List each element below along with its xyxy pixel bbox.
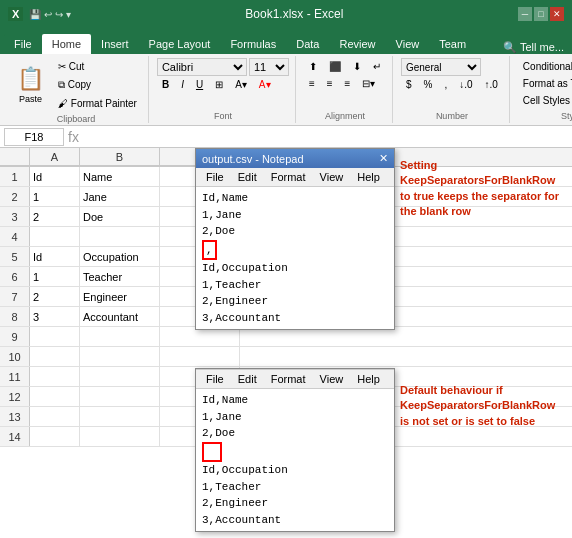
align-right-button[interactable]: ≡ — [340, 75, 356, 92]
notepad-format-1[interactable]: Format — [265, 170, 312, 184]
close-button[interactable]: ✕ — [550, 7, 564, 21]
cell-b13[interactable] — [80, 407, 160, 426]
notepad-close-1[interactable]: ✕ — [379, 152, 388, 165]
cell-a10[interactable] — [30, 347, 80, 366]
cell-b3[interactable]: Doe — [80, 207, 160, 226]
notepad-edit-2[interactable]: Edit — [232, 372, 263, 386]
row-header[interactable]: 1 — [0, 167, 30, 186]
col-header-a[interactable]: A — [30, 148, 80, 166]
font-color-button[interactable]: A▾ — [254, 76, 276, 93]
cell-b12[interactable] — [80, 387, 160, 406]
row-header[interactable]: 2 — [0, 187, 30, 206]
cell-b6[interactable]: Teacher — [80, 267, 160, 286]
wrap-text-button[interactable]: ↵ — [368, 58, 386, 75]
cell-a12[interactable] — [30, 387, 80, 406]
tab-data[interactable]: Data — [286, 34, 329, 54]
increase-decimal-button[interactable]: ↑.0 — [480, 76, 503, 93]
notepad-view-1[interactable]: View — [314, 170, 350, 184]
tab-formulas[interactable]: Formulas — [220, 34, 286, 54]
row-header[interactable]: 13 — [0, 407, 30, 426]
fill-color-button[interactable]: A▾ — [230, 76, 252, 93]
align-bottom-button[interactable]: ⬇ — [348, 58, 366, 75]
window-controls[interactable]: ─ □ ✕ — [518, 7, 564, 21]
tab-page-layout[interactable]: Page Layout — [139, 34, 221, 54]
underline-button[interactable]: U — [191, 76, 208, 93]
col-header-b[interactable]: B — [80, 148, 160, 166]
cell-a8[interactable]: 3 — [30, 307, 80, 326]
maximize-button[interactable]: □ — [534, 7, 548, 21]
number-format-select[interactable]: General — [401, 58, 481, 76]
cell-b5[interactable]: Occupation — [80, 247, 160, 266]
row-header[interactable]: 5 — [0, 247, 30, 266]
row-header[interactable]: 4 — [0, 227, 30, 246]
cell-a11[interactable] — [30, 367, 80, 386]
row-header[interactable]: 3 — [0, 207, 30, 226]
format-as-table-button[interactable]: Format as Table — [518, 75, 572, 92]
notepad-view-2[interactable]: View — [314, 372, 350, 386]
cell-b2[interactable]: Jane — [80, 187, 160, 206]
tab-view[interactable]: View — [386, 34, 430, 54]
percent-button[interactable]: % — [418, 76, 437, 93]
align-middle-button[interactable]: ⬛ — [324, 58, 346, 75]
currency-button[interactable]: $ — [401, 76, 417, 93]
copy-button[interactable]: ⧉ Copy — [53, 76, 142, 94]
cell-styles-button[interactable]: Cell Styles - — [518, 92, 572, 109]
cell-a7[interactable]: 2 — [30, 287, 80, 306]
notepad-file-2[interactable]: File — [200, 372, 230, 386]
cell-b7[interactable]: Engineer — [80, 287, 160, 306]
decrease-decimal-button[interactable]: ↓.0 — [454, 76, 477, 93]
tell-me-input[interactable]: 🔍 Tell me... — [495, 41, 572, 54]
row-header[interactable]: 14 — [0, 427, 30, 446]
notepad-help-1[interactable]: Help — [351, 170, 386, 184]
notepad-file-1[interactable]: File — [200, 170, 230, 184]
notepad-format-2[interactable]: Format — [265, 372, 312, 386]
cell-b8[interactable]: Accountant — [80, 307, 160, 326]
row-header[interactable]: 8 — [0, 307, 30, 326]
merge-button[interactable]: ⊟▾ — [357, 75, 380, 92]
row-header[interactable]: 6 — [0, 267, 30, 286]
row-header[interactable]: 9 — [0, 327, 30, 346]
notepad-help-2[interactable]: Help — [351, 372, 386, 386]
cell-c10[interactable] — [160, 347, 240, 366]
formula-input[interactable] — [83, 131, 568, 143]
cell-a14[interactable] — [30, 427, 80, 446]
bold-button[interactable]: B — [157, 76, 174, 93]
cell-a13[interactable] — [30, 407, 80, 426]
cell-a1[interactable]: Id — [30, 167, 80, 186]
cell-a5[interactable]: Id — [30, 247, 80, 266]
cell-b14[interactable] — [80, 427, 160, 446]
font-name-select[interactable]: Calibri — [157, 58, 247, 76]
cell-b10[interactable] — [80, 347, 160, 366]
minimize-button[interactable]: ─ — [518, 7, 532, 21]
cell-a2[interactable]: 1 — [30, 187, 80, 206]
cell-b11[interactable] — [80, 367, 160, 386]
cell-a4[interactable] — [30, 227, 80, 246]
cell-b9[interactable] — [80, 327, 160, 346]
italic-button[interactable]: I — [176, 76, 189, 93]
align-top-button[interactable]: ⬆ — [304, 58, 322, 75]
conditional-formatting-button[interactable]: Conditional Formatting — [518, 58, 572, 75]
row-header[interactable]: 7 — [0, 287, 30, 306]
row-header[interactable]: 11 — [0, 367, 30, 386]
name-box[interactable] — [4, 128, 64, 146]
cell-a9[interactable] — [30, 327, 80, 346]
comma-button[interactable]: , — [439, 76, 452, 93]
tab-home[interactable]: Home — [42, 34, 91, 54]
paste-button[interactable]: 📋Paste — [10, 60, 51, 110]
tab-insert[interactable]: Insert — [91, 34, 139, 54]
cell-a3[interactable]: 2 — [30, 207, 80, 226]
select-all-corner[interactable] — [0, 148, 30, 166]
cell-a6[interactable]: 1 — [30, 267, 80, 286]
tab-team[interactable]: Team — [429, 34, 476, 54]
row-header[interactable]: 12 — [0, 387, 30, 406]
cut-button[interactable]: ✂ Cut — [53, 58, 142, 75]
format-painter-button[interactable]: 🖌 Format Painter — [53, 95, 142, 112]
cell-b4[interactable] — [80, 227, 160, 246]
tab-review[interactable]: Review — [329, 34, 385, 54]
row-header[interactable]: 10 — [0, 347, 30, 366]
tab-file[interactable]: File — [4, 34, 42, 54]
align-left-button[interactable]: ≡ — [304, 75, 320, 92]
font-size-select[interactable]: 11 — [249, 58, 289, 76]
cell-b1[interactable]: Name — [80, 167, 160, 186]
notepad-edit-1[interactable]: Edit — [232, 170, 263, 184]
